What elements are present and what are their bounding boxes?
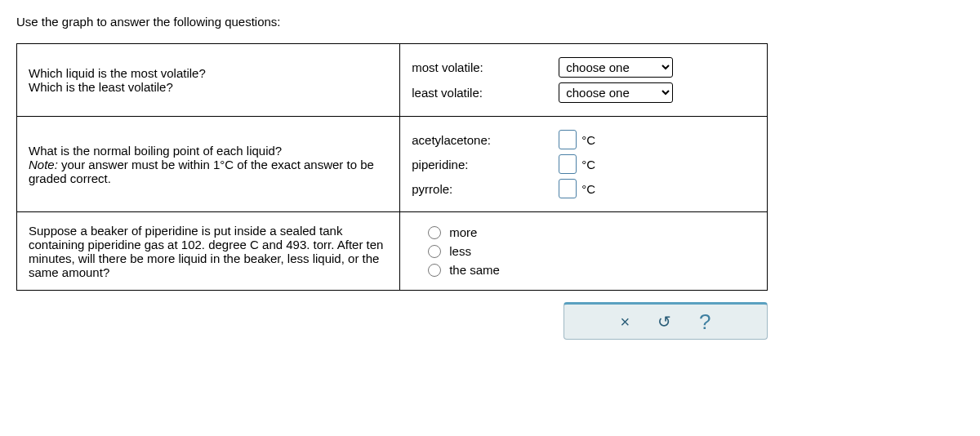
radio-row-less[interactable]: less: [428, 244, 755, 258]
reset-button[interactable]: ↺: [657, 314, 671, 330]
help-button[interactable]: ?: [699, 311, 710, 332]
pyrrole-input[interactable]: [559, 179, 577, 198]
radio-label-more: more: [449, 225, 477, 239]
acetylacetone-input[interactable]: [559, 130, 577, 149]
radio-label-less: less: [449, 244, 471, 258]
q2-note: Note: your answer must be within 1°C of …: [29, 158, 388, 185]
close-button[interactable]: ×: [620, 314, 630, 330]
q1-prompt-line2: Which is the least volatile?: [29, 80, 388, 94]
radio-more[interactable]: [428, 226, 441, 239]
q2-note-rest: your answer must be within 1°C of the ex…: [29, 158, 374, 185]
question-table: Which liquid is the most volatile? Which…: [16, 43, 768, 291]
close-icon: ×: [620, 313, 630, 331]
radio-same[interactable]: [428, 264, 441, 277]
q1-prompt-cell: Which liquid is the most volatile? Which…: [17, 44, 400, 117]
action-toolbar: × ↺ ?: [564, 302, 768, 340]
unit-3: °C: [581, 182, 595, 196]
q2-label-3: pyrrole:: [412, 182, 559, 196]
q2-answer-cell: acetylacetone: °C piperidine: °C pyrrole…: [400, 117, 768, 212]
least-volatile-select[interactable]: choose one: [559, 82, 673, 103]
radio-row-more[interactable]: more: [428, 225, 755, 239]
unit-2: °C: [581, 158, 595, 171]
reset-icon: ↺: [657, 313, 671, 331]
page-instruction: Use the graph to answer the following qu…: [16, 15, 964, 29]
q3-prompt: Suppose a beaker of piperidine is put in…: [29, 224, 388, 279]
q1-answer-cell: most volatile: choose one least volatile…: [400, 44, 768, 117]
q3-prompt-cell: Suppose a beaker of piperidine is put in…: [17, 212, 400, 291]
q2-label-2: piperidine:: [412, 158, 559, 171]
q2-prompt-line1: What is the normal boiling point of each…: [29, 144, 388, 158]
q2-label-1: acetylacetone:: [412, 133, 559, 147]
q1-label-least: least volatile:: [412, 86, 559, 100]
q3-answer-cell: more less the same: [400, 212, 768, 291]
help-icon: ?: [699, 309, 710, 334]
q2-prompt-cell: What is the normal boiling point of each…: [17, 117, 400, 212]
q2-note-prefix: Note:: [29, 158, 58, 171]
radio-less[interactable]: [428, 245, 441, 258]
piperidine-input[interactable]: [559, 154, 577, 174]
most-volatile-select[interactable]: choose one: [559, 57, 673, 78]
unit-1: °C: [581, 133, 595, 147]
q1-label-most: most volatile:: [412, 60, 559, 74]
q1-prompt-line1: Which liquid is the most volatile?: [29, 66, 388, 80]
radio-label-same: the same: [449, 263, 500, 277]
radio-row-same[interactable]: the same: [428, 263, 755, 277]
